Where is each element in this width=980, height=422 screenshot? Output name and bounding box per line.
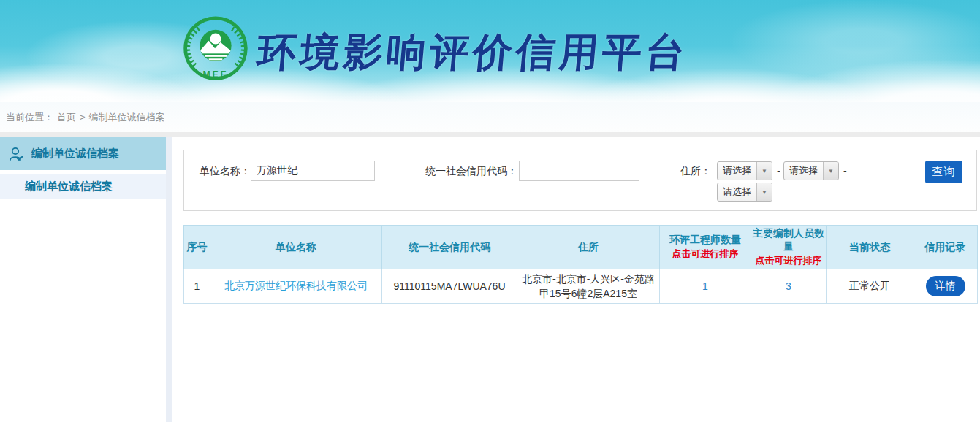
sort-staff-hint[interactable]: 点击可进行排序	[753, 254, 824, 267]
sidebar-item-archives[interactable]: 编制单位诚信档案	[0, 174, 166, 199]
col-engineer-count: 环评工程师数量 点击可进行排序	[660, 226, 751, 269]
chevron-down-icon[interactable]: ▼	[823, 162, 838, 180]
district-select-value: 请选择	[718, 185, 756, 199]
user-check-icon	[7, 145, 25, 163]
credit-code-input[interactable]	[519, 161, 639, 181]
query-button[interactable]: 查询	[925, 161, 962, 183]
company-link[interactable]: 北京万源世纪环保科技有限公司	[224, 280, 368, 291]
cell-address: 北京市-北京市-大兴区-金苑路甲15号6幢2层A215室	[517, 269, 660, 304]
sort-engineers-hint[interactable]: 点击可进行排序	[661, 248, 749, 261]
col-index: 序号	[184, 226, 210, 269]
site-title: 环境影响评价信用平台	[255, 26, 691, 80]
address-label: 住所：	[673, 161, 711, 181]
divider	[0, 132, 980, 137]
table-row: 1 北京万源世纪环保科技有限公司 91110115MA7LWUA76U 北京市-…	[184, 269, 978, 304]
search-panel: 单位名称： 统一社会信用代码： 住所： 请选择 ▼ - 请选择 ▼ - 请选择 …	[183, 150, 977, 211]
cell-index: 1	[184, 269, 210, 304]
breadcrumb-prefix: 当前位置：	[6, 111, 53, 124]
col-staff-count: 主要编制人员数量 点击可进行排序	[751, 226, 827, 269]
province-select-value: 请选择	[718, 164, 756, 177]
city-select[interactable]: 请选择 ▼	[783, 161, 839, 180]
logo-text: MEE	[203, 69, 229, 80]
credit-code-label: 统一社会信用代码：	[408, 161, 517, 181]
detail-button[interactable]: 详情	[926, 276, 965, 296]
cell-credit-code: 91110115MA7LWUA76U	[382, 269, 517, 304]
city-select-value: 请选择	[784, 164, 823, 177]
breadcrumb: 当前位置： 首页 > 编制单位诚信档案	[0, 102, 980, 132]
company-name-input[interactable]	[251, 161, 375, 181]
chevron-down-icon[interactable]: ▼	[756, 162, 772, 180]
chevron-down-icon[interactable]: ▼	[756, 183, 772, 201]
col-company: 单位名称	[210, 226, 382, 269]
table-header-row: 序号 单位名称 统一社会信用代码 住所 环评工程师数量 点击可进行排序 主要编制…	[184, 226, 978, 269]
mee-logo-icon: MEE	[181, 16, 250, 85]
col-status: 当前状态	[827, 226, 913, 269]
sidebar-group-archives[interactable]: 编制单位诚信档案	[0, 137, 166, 170]
address-dash-2: -	[843, 161, 847, 181]
col-address: 住所	[517, 226, 660, 269]
sidebar-group-label: 编制单位诚信档案	[31, 147, 119, 161]
site-header: MEE 环境影响评价信用平台	[0, 0, 980, 102]
company-name-label: 单位名称：	[197, 161, 251, 181]
col-credit-record: 信用记录	[913, 226, 978, 269]
cell-status: 正常公开	[827, 269, 913, 304]
col-credit-code: 统一社会信用代码	[382, 226, 517, 269]
breadcrumb-home-link[interactable]: 首页	[57, 111, 76, 124]
province-select[interactable]: 请选择 ▼	[717, 161, 772, 180]
breadcrumb-current: 编制单位诚信档案	[89, 111, 165, 124]
sidebar-divider	[166, 137, 172, 422]
staff-count-link[interactable]: 3	[786, 280, 791, 292]
main-content: 单位名称： 统一社会信用代码： 住所： 请选择 ▼ - 请选择 ▼ - 请选择 …	[172, 137, 980, 422]
breadcrumb-separator: >	[80, 112, 86, 123]
address-dash-1: -	[777, 161, 780, 181]
engineer-count-link[interactable]: 1	[702, 280, 708, 292]
district-select[interactable]: 请选择 ▼	[717, 183, 772, 202]
sidebar: 编制单位诚信档案 编制单位诚信档案	[0, 137, 166, 422]
results-table: 序号 单位名称 统一社会信用代码 住所 环评工程师数量 点击可进行排序 主要编制…	[183, 225, 978, 304]
